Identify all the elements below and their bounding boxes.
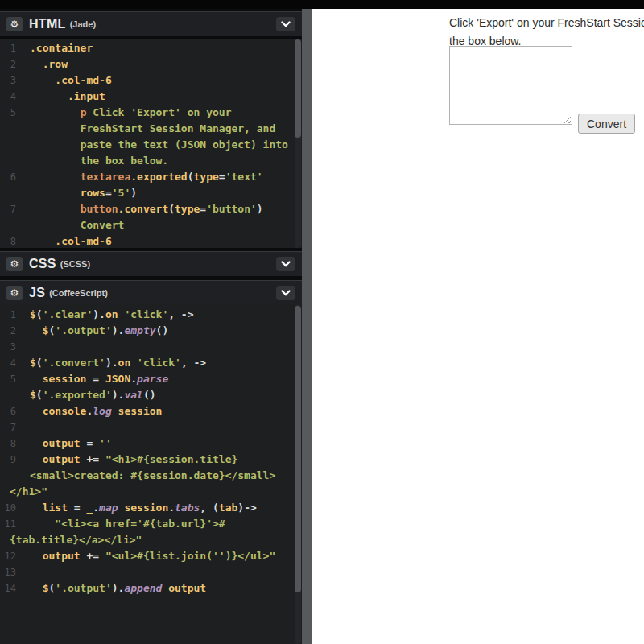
line-number: 2: [0, 56, 16, 72]
code-line[interactable]: $('.exported').val(): [0, 387, 302, 403]
js-panel-language: (CoffeeScript): [49, 288, 108, 298]
gear-icon: ⚙: [10, 19, 19, 29]
code-text: list = _.map session.tabs, (tab)->: [30, 502, 257, 514]
code-line[interactable]: 11 "<li><a href='#{tab.url}'>#: [0, 516, 302, 532]
code-line[interactable]: paste the text (JSON object) into: [0, 137, 302, 153]
code-text: <small>created: #{session.date}</small>: [30, 469, 275, 481]
code-line[interactable]: Convert: [0, 217, 302, 233]
code-text: .col-md-6: [30, 74, 112, 86]
line-number: 5: [0, 371, 16, 387]
code-line[interactable]: 5 session = JSON.parse: [0, 371, 302, 387]
code-line[interactable]: 6 console.log session: [0, 403, 302, 419]
line-number: 11: [0, 516, 16, 532]
line-number: 1: [0, 40, 16, 56]
code-text: output += "<ul>#{list.join('')}</ul>": [30, 550, 275, 562]
code-text: .col-md-6: [30, 235, 112, 247]
html-collapse-button[interactable]: [276, 17, 295, 31]
html-panel-title: HTML: [29, 17, 66, 31]
line-number: 5: [0, 105, 16, 121]
code-text: button.convert(type='button'): [30, 203, 263, 215]
line-number: 4: [0, 355, 16, 371]
line-number: 10: [0, 500, 16, 516]
line-number: 6: [0, 403, 16, 419]
convert-button[interactable]: Convert: [578, 114, 635, 134]
code-text: .input: [30, 90, 105, 102]
html-panel-header: ⚙ HTML (Jade): [0, 11, 302, 36]
code-line[interactable]: 3 .col-md-6: [0, 72, 302, 89]
code-text: $('.clear').on 'click', ->: [30, 308, 194, 320]
code-line[interactable]: 4$('.convert').on 'click', ->: [0, 355, 302, 371]
code-line[interactable]: 10 list = _.map session.tabs, (tab)->: [0, 500, 302, 516]
pane-divider[interactable]: [302, 9, 312, 644]
code-text: textarea.exported(type='text': [30, 171, 263, 183]
code-line[interactable]: the box below.: [0, 153, 302, 169]
code-line[interactable]: 6 textarea.exported(type='text': [0, 169, 302, 185]
html-settings-button[interactable]: ⚙: [6, 17, 23, 31]
code-line[interactable]: 1$('.clear').on 'click', ->: [0, 307, 302, 323]
js-collapse-button[interactable]: [276, 286, 295, 300]
line-number: 1: [0, 307, 16, 323]
code-line[interactable]: 8 .col-md-6: [0, 233, 302, 248]
code-text: $('.exported').val(): [30, 389, 156, 401]
code-text: .row: [30, 58, 68, 70]
code-line[interactable]: </h1>": [0, 484, 302, 500]
css-collapse-button[interactable]: [276, 257, 295, 271]
top-bar: [0, 0, 644, 9]
code-line[interactable]: 14 $('.output').append output: [0, 580, 302, 597]
line-number: 3: [0, 339, 16, 355]
code-text: "<li><a href='#{tab.url}'>#: [30, 518, 225, 530]
code-line[interactable]: 7: [0, 419, 302, 436]
code-line[interactable]: rows='5'): [0, 185, 302, 201]
line-number: 4: [0, 89, 16, 105]
code-text: session = JSON.parse: [30, 373, 168, 385]
code-line[interactable]: 4 .input: [0, 89, 302, 105]
code-line[interactable]: 5 p Click 'Export' on your: [0, 105, 302, 121]
js-code-editor[interactable]: 1$('.clear').on 'click', ->2 $('.output'…: [0, 304, 302, 644]
line-number: 12: [0, 548, 16, 564]
code-text: output += "<h1>#{session.title}: [30, 453, 237, 465]
code-text: output = '': [30, 437, 112, 449]
code-text: p Click 'Export' on your: [30, 106, 231, 118]
code-line[interactable]: 3: [0, 339, 302, 355]
chevron-down-icon: [281, 21, 291, 27]
chevron-down-icon: [281, 290, 291, 296]
code-line[interactable]: 7 button.convert(type='button'): [0, 201, 302, 217]
line-number: 3: [0, 72, 16, 89]
js-panel-header: ⚙ JS (CoffeeScript): [0, 280, 302, 305]
code-line[interactable]: <small>created: #{session.date}</small>: [0, 468, 302, 484]
code-line[interactable]: 9 output += "<h1>#{session.title}: [0, 452, 302, 468]
code-line[interactable]: 2 .row: [0, 56, 302, 72]
code-line[interactable]: 13: [0, 564, 302, 580]
code-text: console.log session: [30, 405, 162, 417]
css-panel-language: (SCSS): [60, 259, 90, 269]
line-number: 8: [0, 436, 16, 452]
code-line[interactable]: 12 output += "<ul>#{list.join('')}</ul>": [0, 548, 302, 564]
session-json-textarea[interactable]: [449, 46, 572, 125]
code-text: $('.output').append output: [30, 582, 206, 594]
line-number: 7: [0, 201, 16, 217]
code-text: rows='5'): [30, 187, 137, 199]
code-text: FreshStart Session Manager, and: [30, 122, 275, 134]
css-panel-header: ⚙ CSS (SCSS): [0, 251, 302, 276]
html-code-editor[interactable]: 1.container2 .row3 .col-md-64 .input5 p …: [0, 39, 302, 248]
code-text: .container: [30, 42, 93, 54]
line-number: 6: [0, 169, 16, 185]
gear-icon: ⚙: [10, 288, 19, 298]
editor-column: ⚙ HTML (Jade) 1.container2 .row3 .col-md…: [0, 9, 302, 644]
code-line[interactable]: 8 output = '': [0, 436, 302, 452]
code-line[interactable]: 1.container: [0, 40, 302, 56]
code-line[interactable]: {tab.title}</a></li>": [0, 532, 302, 548]
code-line[interactable]: FreshStart Session Manager, and: [0, 121, 302, 137]
code-text: paste the text (JSON object) into: [30, 138, 288, 151]
code-line[interactable]: 2 $('.output').empty(): [0, 323, 302, 339]
line-number: 9: [0, 452, 16, 468]
css-settings-button[interactable]: ⚙: [6, 257, 23, 271]
line-number: 7: [0, 419, 16, 436]
gear-icon: ⚙: [10, 259, 19, 269]
js-settings-button[interactable]: ⚙: [6, 286, 23, 300]
line-number: 13: [0, 564, 16, 580]
code-text: {tab.title}</a></li>": [10, 534, 142, 546]
chevron-down-icon: [281, 261, 291, 267]
code-text: $('.output').empty(): [30, 324, 168, 336]
html-panel-language: (Jade): [70, 19, 96, 29]
